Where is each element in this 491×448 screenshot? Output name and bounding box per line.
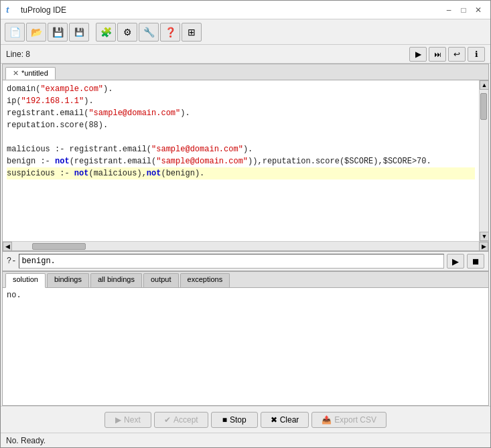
add-library-icon: 🧩 [100, 27, 112, 38]
editor-body: domain("example.com").ip("192.168.1.1").… [3, 80, 488, 241]
accept-label: Accept [173, 415, 198, 425]
info-button[interactable]: ℹ [468, 47, 485, 62]
next-button[interactable]: ▶ Next [104, 412, 151, 428]
open-file-icon: 📂 [31, 27, 42, 38]
help-icon: ❓ [165, 27, 176, 38]
close-button[interactable]: ✕ [472, 5, 485, 15]
toolbar: 📄 📂 💾 💾 🧩 ⚙ 🔧 ❓ ⊞ [1, 19, 490, 45]
code-line-7: benign :- not(registrant.email("sample@d… [7, 155, 475, 167]
title-bar-left: t tuProlog IDE [6, 5, 66, 15]
tab-bindings[interactable]: bindings [47, 273, 89, 287]
tab-exceptions[interactable]: exceptions [180, 273, 230, 287]
scroll-v-thumb[interactable] [480, 93, 487, 120]
editor-action-buttons: ▶ ⏭ ↩ ℹ [409, 47, 485, 62]
code-line-1: domain("example.com"). [7, 83, 475, 95]
next-label: Next [124, 415, 141, 425]
editor-scrollbar-v[interactable]: ▲ ▼ [479, 80, 488, 241]
scroll-h-thumb[interactable] [32, 243, 86, 250]
maximize-button[interactable]: □ [457, 5, 470, 15]
scroll-down-arrow[interactable]: ▼ [480, 232, 489, 241]
run-icon: ▶ [415, 50, 421, 59]
editor-tab-bar: ✕ *untitled [3, 64, 488, 80]
scroll-up-arrow[interactable]: ▲ [480, 80, 489, 90]
scroll-right-arrow[interactable]: ▶ [479, 242, 488, 251]
bottom-buttons: ▶ Next ✔ Accept ■ Stop ✖ Clear 📤 Export … [1, 406, 490, 433]
code-line-3: registrant.email("sample@domain.com"). [7, 107, 475, 119]
query-stop-button[interactable]: ⏹ [467, 254, 484, 269]
settings-button[interactable]: ⊞ [182, 23, 202, 42]
tab-close-icon[interactable]: ✕ [13, 69, 19, 78]
code-editor[interactable]: domain("example.com").ip("192.168.1.1").… [3, 80, 479, 241]
title-bar: t tuProlog IDE – □ ✕ [1, 1, 490, 19]
stop-button[interactable]: ■ Stop [211, 412, 258, 428]
accept-button[interactable]: ✔ Accept [154, 412, 208, 428]
open-file-button[interactable]: 📂 [26, 23, 46, 42]
tools-icon: 🔧 [143, 27, 155, 38]
run-button[interactable]: ▶ [409, 47, 427, 62]
settings-icon: ⊞ [188, 27, 196, 38]
tab-all-bindings[interactable]: all bindings [90, 273, 142, 287]
clear-icon: ✖ [271, 415, 277, 425]
tab-solution[interactable]: solution [5, 273, 46, 288]
code-line-4: reputation.score(88). [7, 119, 475, 131]
editor-tab-label: *untitled [21, 69, 48, 77]
new-file-icon: 📄 [9, 27, 21, 38]
undo-icon: ↩ [453, 50, 460, 59]
save-file-button[interactable]: 💾 [48, 23, 68, 42]
stop-label: Stop [230, 415, 247, 425]
minimize-button[interactable]: – [442, 5, 455, 15]
clear-label: Clear [280, 415, 299, 425]
line-indicator: Line: 8 [6, 50, 30, 59]
save-file-icon: 💾 [52, 27, 64, 38]
help-button[interactable]: ❓ [160, 23, 180, 42]
app-icon: t [6, 5, 17, 15]
new-file-button[interactable]: 📄 [5, 23, 25, 42]
query-input[interactable] [19, 254, 444, 269]
code-line-2: ip("192.168.1.1"). [7, 95, 475, 107]
query-stop-icon: ⏹ [472, 256, 480, 267]
accept-icon: ✔ [164, 415, 171, 425]
export-csv-label: Export CSV [334, 415, 376, 425]
editor-tab-untitled[interactable]: ✕ *untitled [5, 67, 56, 80]
tab-output[interactable]: output [143, 273, 179, 287]
next-icon: ▶ [115, 415, 121, 425]
title-bar-controls: – □ ✕ [442, 5, 485, 15]
query-submit-button[interactable]: ▶ [447, 254, 464, 269]
scroll-v-track [480, 90, 488, 232]
undo-button[interactable]: ↩ [448, 47, 466, 62]
info-icon: ℹ [475, 50, 478, 59]
export-csv-icon: 📤 [322, 415, 332, 425]
code-line-5 [7, 131, 475, 143]
status-bar-bottom: No. Ready. [1, 433, 490, 447]
code-line-8: suspicious :- not(malicious),not(benign)… [7, 167, 475, 179]
editor-area: ✕ *untitled domain("example.com").ip("19… [2, 64, 489, 251]
results-content: no. [3, 288, 488, 405]
save-as-button[interactable]: 💾 [69, 23, 89, 42]
scroll-left-arrow[interactable]: ◀ [3, 242, 12, 251]
clear-button[interactable]: ✖ Clear [261, 412, 309, 428]
main-window: t tuProlog IDE – □ ✕ 📄 📂 💾 💾 🧩 ⚙ � [0, 0, 491, 448]
step-icon: ⏭ [434, 50, 441, 58]
app-title: tuProlog IDE [21, 5, 66, 15]
status-text: No. Ready. [6, 436, 46, 445]
query-area: ?- ▶ ⏹ [2, 251, 489, 271]
code-line-6: malicious :- registrant.email("sample@do… [7, 143, 475, 155]
editor-scrollbar-h[interactable]: ◀ ▶ [3, 241, 488, 250]
results-tab-bar: solution bindings all bindings output ex… [3, 272, 488, 288]
add-library-button[interactable]: 🧩 [96, 23, 116, 42]
query-submit-icon: ▶ [452, 256, 459, 267]
stop-icon: ■ [222, 415, 227, 425]
step-button[interactable]: ⏭ [429, 47, 446, 62]
status-bar-top: Line: 8 ▶ ⏭ ↩ ℹ [1, 45, 490, 64]
config-button[interactable]: ⚙ [117, 23, 137, 42]
export-csv-button[interactable]: 📤 Export CSV [311, 412, 387, 428]
config-icon: ⚙ [123, 27, 132, 38]
scroll-h-track [12, 242, 479, 250]
save-as-icon: 💾 [74, 27, 84, 37]
tools-button[interactable]: 🔧 [139, 23, 159, 42]
query-label: ?- [7, 256, 16, 266]
results-area: solution bindings all bindings output ex… [2, 271, 489, 406]
